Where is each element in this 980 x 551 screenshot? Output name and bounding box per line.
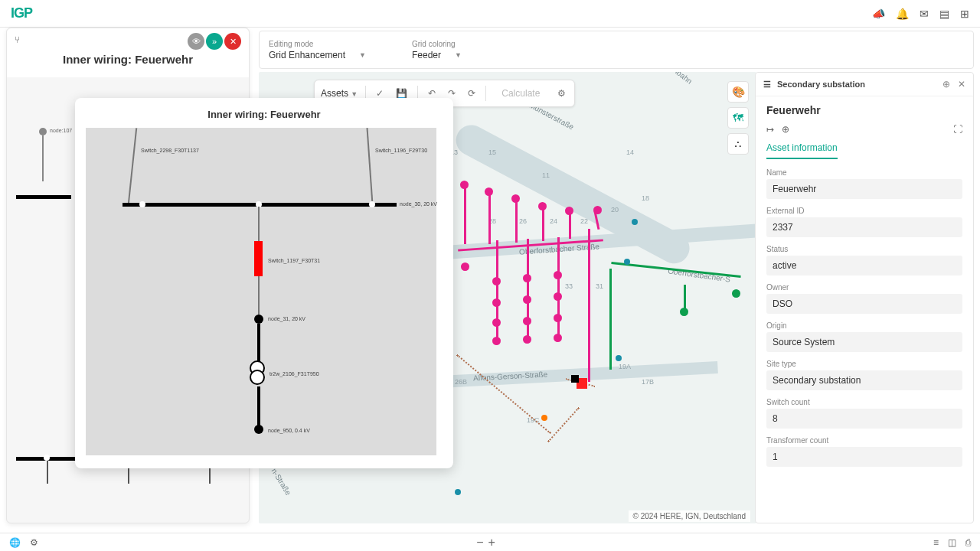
- top-icons: 📣 🔔 ✉ ▤ ⊞: [872, 8, 969, 20]
- undo-icon[interactable]: ↶: [426, 88, 438, 99]
- field-status[interactable]: active: [766, 256, 962, 276]
- field-name[interactable]: Feuerwehr: [766, 179, 962, 199]
- chevron-down-icon: ▼: [455, 51, 462, 59]
- locate-icon[interactable]: ⊕: [942, 79, 950, 90]
- popup-title: Inner wiring: Feuerwehr: [86, 109, 443, 120]
- menu-icon[interactable]: ☰: [763, 80, 771, 90]
- close-button[interactable]: ✕: [224, 33, 241, 50]
- add-icon[interactable]: ⊕: [782, 124, 789, 135]
- editing-mode-label: Editing mode: [269, 40, 366, 48]
- field-origin[interactable]: Source System: [766, 332, 962, 352]
- editing-mode-select[interactable]: Editing mode Grid Enhancement▼: [269, 40, 366, 60]
- asset-title: Feuerwehr: [756, 96, 973, 124]
- visibility-button[interactable]: 👁: [188, 33, 204, 50]
- bottom-bar: 🌐⚙ −+ ≡◫⎙: [0, 533, 980, 551]
- doc-icon[interactable]: ▤: [939, 8, 949, 20]
- globe-icon[interactable]: 🌐: [9, 537, 21, 548]
- top-bar: IGP 📣 🔔 ✉ ▤ ⊞: [0, 0, 980, 28]
- street-label: n-Straße: [270, 467, 292, 497]
- street-label: ennbahn: [665, 72, 694, 86]
- print-icon[interactable]: ⎙: [965, 537, 971, 548]
- asset-type: Secondary substation: [777, 80, 865, 89]
- wiring-popup: Inner wiring: Feuerwehr Switch_2298_F30T…: [75, 98, 453, 468]
- export-icon[interactable]: ↦: [766, 124, 774, 135]
- palette-icon[interactable]: 🎨: [727, 81, 749, 103]
- announce-icon[interactable]: 📣: [872, 8, 885, 20]
- mode-toolbar: Editing mode Grid Enhancement▼ Grid colo…: [259, 31, 974, 69]
- info-tabs: Asset information: [756, 142, 973, 159]
- settings-icon[interactable]: ⚙: [555, 88, 568, 99]
- close-icon[interactable]: ✕: [958, 79, 965, 90]
- field-transformer-count: 1: [766, 447, 962, 467]
- layers-icon[interactable]: ◫: [948, 537, 956, 548]
- branch-icon: ⑂: [15, 34, 28, 48]
- chevron-down-icon: ▼: [359, 51, 366, 59]
- field-site-type[interactable]: Secondary substation: [766, 370, 962, 390]
- asset-info-panel: ☰Secondary substation ⊕✕ Feuerwehr ↦⊕ ⛶ …: [755, 72, 974, 523]
- field-switch-count: 8: [766, 409, 962, 429]
- grid-coloring-select[interactable]: Grid coloring Feeder▼: [412, 40, 462, 60]
- bell-icon[interactable]: 🔔: [896, 8, 909, 20]
- expand-button[interactable]: »: [206, 33, 223, 50]
- redo-icon[interactable]: ↷: [446, 88, 458, 99]
- refresh-icon[interactable]: ⟳: [466, 88, 478, 99]
- field-external-id[interactable]: 2337: [766, 217, 962, 237]
- map-view-icon[interactable]: 🗺: [727, 107, 749, 129]
- save-icon[interactable]: 💾: [394, 88, 410, 99]
- zoom-in-button[interactable]: +: [488, 536, 495, 549]
- gear-icon[interactable]: ⚙: [30, 537, 38, 548]
- calculate-button[interactable]: Calculate: [494, 88, 547, 99]
- map-attribution: © 2024 HERE, IGN, Deutschland: [629, 510, 750, 522]
- hierarchy-icon[interactable]: ⛬: [727, 133, 749, 155]
- side-panel-title: Inner wiring: Feuerwehr: [15, 53, 241, 66]
- mail-icon[interactable]: ✉: [920, 8, 929, 20]
- check-icon[interactable]: ✓: [374, 88, 386, 99]
- grid-coloring-label: Grid coloring: [412, 40, 462, 48]
- list-icon[interactable]: ≡: [933, 537, 939, 548]
- field-owner[interactable]: DSO: [766, 294, 962, 314]
- wiring-diagram[interactable]: Switch_2298_F30T1137 Switch_1196_F29T30 …: [86, 128, 436, 455]
- map-side-controls: 🎨 🗺 ⛬: [727, 81, 749, 155]
- assets-dropdown[interactable]: Assets ▼: [321, 88, 358, 99]
- logo: IGP: [11, 5, 32, 21]
- tab-asset-info[interactable]: Asset information: [766, 142, 838, 159]
- zoom-out-button[interactable]: −: [476, 536, 483, 549]
- apps-icon[interactable]: ⊞: [960, 8, 969, 20]
- expand-icon[interactable]: ⛶: [953, 124, 962, 135]
